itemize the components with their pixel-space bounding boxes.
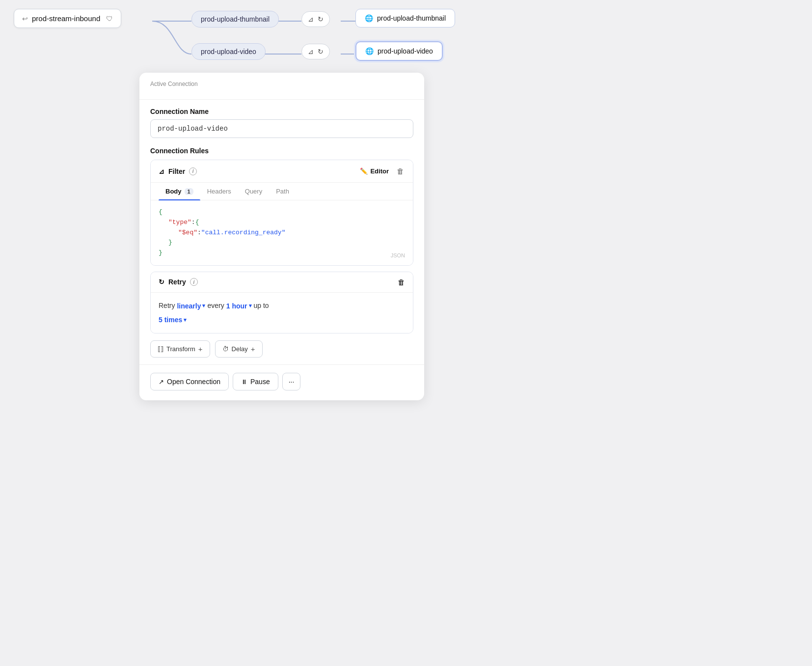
globe-icon-thumbnail: 🌐	[365, 14, 373, 22]
open-connection-btn[interactable]: ↗ Open Connection	[150, 373, 229, 390]
queue-video-label: prod-upload-video	[201, 48, 256, 56]
shield-icon: 🛡	[106, 15, 113, 23]
retry-label: Retry	[168, 278, 186, 286]
dest-video-label: prod-upload-video	[378, 47, 433, 55]
more-btn[interactable]: ···	[282, 373, 301, 390]
pencil-icon: ✏️	[360, 167, 368, 175]
retry-inline: Retry linearly ▾ every 1 hour ▾ up to	[159, 300, 405, 312]
filter-info-icon[interactable]: i	[189, 167, 197, 175]
tab-body[interactable]: Body 1	[159, 183, 200, 200]
pause-label: Pause	[250, 378, 270, 386]
tab-query-label: Query	[245, 188, 262, 195]
connection-name-label: Connection Name	[150, 108, 413, 115]
transform-add-btn[interactable]: ⟦⟧ Transform +	[150, 340, 210, 358]
code-val-brace-open: {	[195, 218, 199, 228]
open-connection-icon: ↗	[159, 378, 164, 386]
delay-plus-icon: +	[251, 345, 255, 353]
retry-interval-label: 1 hour	[226, 302, 247, 310]
json-label: JSON	[391, 251, 405, 260]
pause-icon: ⏸	[241, 378, 247, 386]
filter-funnel-icon: ⊿	[159, 167, 164, 175]
chevron-icon: ▾	[202, 303, 205, 309]
chevron-times-icon: ▾	[184, 317, 187, 323]
filter-card-actions: ✏️ Editor 🗑	[359, 166, 405, 176]
inbound-icon: ↩	[22, 15, 28, 23]
panel-body: Connection Name Connection Rules ⊿ Filte…	[139, 108, 424, 333]
retry-text: Retry	[159, 300, 175, 312]
pause-btn[interactable]: ⏸ Pause	[233, 373, 278, 390]
retry-times-dropdown[interactable]: 5 times ▾	[159, 316, 187, 324]
editor-label: Editor	[370, 167, 389, 175]
dest-node-thumbnail[interactable]: 🌐 prod-upload-thumbnail	[355, 9, 455, 28]
globe-icon-video: 🌐	[365, 47, 374, 55]
code-brace-close: }	[159, 248, 162, 258]
panel-header-label: Active Connection	[150, 81, 413, 87]
more-label: ···	[289, 378, 295, 386]
source-node[interactable]: ↩ prod-stream-inbound 🛡	[14, 9, 121, 28]
retry-icon-thumbnail[interactable]: ↻	[317, 14, 325, 24]
filter-card-header: ⊿ Filter i ✏️ Editor 🗑	[151, 160, 413, 183]
tab-body-label: Body	[165, 188, 182, 195]
bottom-add-btns: ⟦⟧ Transform + ⏱ Delay +	[150, 340, 413, 358]
dest-node-video[interactable]: 🌐 prod-upload-video	[355, 41, 443, 61]
code-area: { "type" : { "$eq" : "call.recording_rea…	[151, 200, 413, 265]
code-key-type: "type"	[168, 218, 191, 228]
transform-icon: ⟦⟧	[158, 345, 163, 353]
tab-query[interactable]: Query	[238, 183, 269, 200]
code-brace-open: {	[159, 207, 162, 218]
retry-every-text: every	[207, 300, 224, 312]
retry-card-header: ↻ Retry i 🗑	[151, 272, 413, 293]
source-node-label: prod-stream-inbound	[32, 14, 100, 23]
retry-card-body: Retry linearly ▾ every 1 hour ▾ up to	[151, 293, 413, 333]
connection-name-field: Connection Name	[150, 108, 413, 138]
panel-footer: ↗ Open Connection ⏸ Pause ···	[139, 364, 424, 390]
chevron-interval-icon: ▾	[249, 303, 252, 309]
tab-headers[interactable]: Headers	[200, 183, 238, 200]
dest-thumbnail-label: prod-upload-thumbnail	[377, 14, 446, 22]
code-val-str: "call.recording_ready"	[201, 228, 286, 238]
connection-panel: Active Connection Connection Name Connec…	[139, 73, 424, 400]
panel-header: Active Connection	[139, 73, 424, 100]
retry-upto-text: up to	[254, 300, 269, 312]
retry-card-title: ↻ Retry i	[159, 278, 198, 286]
retry-icon-video[interactable]: ↻	[317, 47, 325, 56]
queue-thumbnail-label: prod-upload-thumbnail	[201, 15, 270, 23]
video-action-btns: ⊿ ↻	[301, 44, 330, 59]
connection-name-input[interactable]	[150, 119, 413, 138]
retry-info-icon[interactable]: i	[190, 278, 198, 286]
retry-icon: ↻	[159, 278, 164, 286]
tab-headers-label: Headers	[207, 188, 231, 195]
filter-icon-thumbnail[interactable]: ⊿	[307, 14, 315, 24]
tab-path[interactable]: Path	[269, 183, 296, 200]
filter-tabs: Body 1 Headers Query Path	[151, 183, 413, 200]
filter-card-title: ⊿ Filter i	[159, 167, 197, 175]
filter-label: Filter	[168, 167, 185, 175]
queue-node-thumbnail[interactable]: prod-upload-thumbnail	[191, 11, 279, 28]
retry-card: ↻ Retry i 🗑 Retry linearly ▾ every	[150, 272, 413, 333]
open-connection-label: Open Connection	[167, 378, 220, 386]
code-val-brace-close: }	[168, 238, 172, 248]
filter-card: ⊿ Filter i ✏️ Editor 🗑 Bo	[150, 160, 413, 266]
retry-interval-dropdown[interactable]: 1 hour ▾	[226, 302, 252, 310]
thumbnail-action-btns: ⊿ ↻	[301, 11, 330, 27]
retry-times-label: 5 times	[159, 316, 182, 324]
retry-times-row: 5 times ▾	[159, 314, 405, 326]
tab-body-badge: 1	[185, 188, 193, 195]
retry-delete-btn[interactable]: 🗑	[398, 278, 405, 286]
connection-rules-label: Connection Rules	[150, 147, 413, 155]
retry-method-dropdown[interactable]: linearly ▾	[177, 302, 205, 310]
delay-label: Delay	[232, 345, 248, 353]
transform-label: Transform	[166, 345, 195, 353]
filter-icon-video[interactable]: ⊿	[307, 47, 315, 56]
tab-path-label: Path	[276, 188, 289, 195]
delay-add-btn[interactable]: ⏱ Delay +	[215, 340, 263, 358]
filter-delete-btn[interactable]: 🗑	[396, 166, 405, 176]
transform-plus-icon: +	[198, 345, 203, 353]
queue-node-video[interactable]: prod-upload-video	[191, 43, 266, 60]
code-key-eq: "$eq"	[178, 228, 197, 238]
retry-method-label: linearly	[177, 302, 201, 310]
editor-btn[interactable]: ✏️ Editor	[359, 166, 390, 176]
delay-icon: ⏱	[222, 345, 229, 353]
